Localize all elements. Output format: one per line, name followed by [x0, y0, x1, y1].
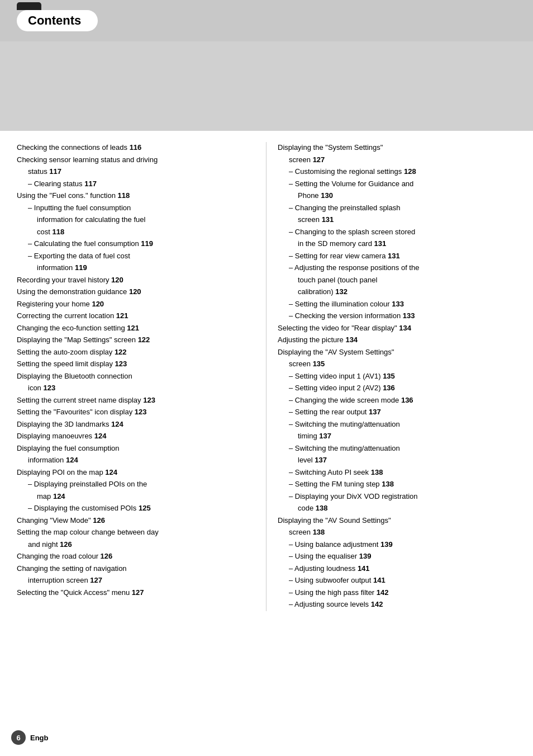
toc-entry: – Displaying preinstalled POIs on the [17, 479, 255, 490]
toc-entry: Changing the road colour 126 [17, 551, 255, 562]
toc-entry-title: – Adjusting loudness [289, 564, 355, 573]
toc-entry-page: 125 [136, 504, 150, 512]
toc-entry-title: – Using the high pass filter [289, 588, 374, 597]
toc-entry-title: information [28, 456, 64, 464]
toc-entry-page: 130 [319, 191, 333, 200]
toc-entry: information for calculating the fuel [17, 214, 255, 225]
toc-entry-title: Displaying manoeuvres [17, 432, 92, 440]
toc-entry-title: – Setting the Volume for Guidance and [289, 179, 413, 188]
toc-entry-page: 123 [113, 360, 127, 368]
toc-entry: Displaying the "System Settings" [278, 142, 516, 153]
toc-entry-page: 117 [47, 167, 61, 176]
toc-entry: cost 118 [17, 226, 255, 238]
toc-entry: Checking sensor learning status and driv… [17, 154, 255, 166]
toc-entry-title: Displaying the "AV Sound Settings" [278, 516, 391, 525]
toc-entry: – Using the high pass filter 142 [278, 587, 516, 598]
toc-entry-title: Checking the connections of leads [17, 143, 127, 152]
toc-entry: Setting the current street name display … [17, 395, 255, 406]
toc-entry-page: 132 [334, 287, 348, 296]
toc-entry-title: Changing the setting of navigation [17, 564, 127, 573]
toc-entry: Changing "View Mode" 126 [17, 515, 255, 526]
toc-entry: status 117 [17, 166, 255, 177]
toc-entry: – Using balance adjustment 139 [278, 539, 516, 550]
toc-entry: map 124 [17, 491, 255, 502]
toc-entry-title: – Switching Auto PI seek [289, 468, 369, 476]
toc-entry-title: Registering your home [17, 300, 90, 308]
toc-entry: Displaying the "AV Sound Settings" [278, 515, 516, 526]
toc-entry-title: Setting the speed limit display [17, 360, 113, 368]
toc-entry-title: – Displaying the customised POIs [28, 504, 136, 512]
toc-entry: Using the demonstration guidance 120 [17, 286, 255, 297]
toc-entry-title: code [298, 504, 313, 512]
toc-entry-page: 120 [109, 276, 123, 284]
toc-entry-page: 118 [50, 228, 64, 236]
toc-entry-title: Selecting the "Quick Access" menu [17, 588, 130, 597]
toc-entry-title: – Setting the rear output [289, 408, 367, 416]
toc-entry-page: 118 [116, 191, 130, 200]
toc-entry: – Changing to the splash screen stored [278, 226, 516, 238]
toc-entry: screen 135 [278, 358, 516, 370]
toc-entry: – Adjusting the response positions of th… [278, 262, 516, 273]
toc-entry: – Switching the muting/attenuation [278, 443, 516, 454]
toc-entry-page: 131 [386, 252, 399, 260]
toc-entry-page: 138 [380, 480, 394, 488]
toc-entry-title: status [28, 167, 47, 176]
toc-entry-page: 128 [402, 167, 416, 176]
toc-entry: Phone 130 [278, 190, 516, 201]
toc-entry: – Checking the version information 133 [278, 310, 516, 322]
toc-entry-title: and night [28, 540, 58, 549]
toc-entry-title: – Adjusting the response positions of th… [289, 263, 419, 272]
toc-entry-page: 139 [378, 540, 392, 549]
toc-entry-title: Using the "Fuel cons." function [17, 191, 116, 200]
toc-entry: – Setting the Volume for Guidance and [278, 178, 516, 190]
toc-entry-title: – Clearing status [28, 179, 83, 188]
title-wrapper: Contents [17, 10, 98, 31]
toc-entry-title: Phone [298, 191, 319, 200]
toc-entry-title: – Checking the version information [289, 311, 401, 320]
toc-entry: level 137 [278, 455, 516, 466]
toc-entry-page: 136 [399, 396, 413, 404]
toc-entry-page: 124 [64, 456, 78, 464]
toc-entry: information 119 [17, 262, 255, 273]
toc-entry-title: Setting the map colour change between da… [17, 528, 159, 536]
toc-entry-page: 133 [401, 311, 415, 320]
toc-entry-title: Displaying the "System Settings" [278, 143, 383, 152]
toc-entry-page: 142 [374, 588, 388, 597]
toc-entry: Setting the speed limit display 123 [17, 358, 255, 370]
toc-entry: Displaying manoeuvres 124 [17, 431, 255, 442]
toc-entry-page: 137 [317, 432, 331, 440]
toc-entry: Changing the eco-function setting 121 [17, 323, 255, 334]
toc-entry: – Adjusting source levels 142 [278, 599, 516, 610]
toc-entry-title: – Switching the muting/attenuation [289, 420, 400, 428]
toc-entry-page: 131 [372, 239, 386, 248]
toc-entry-page: 127 [88, 576, 102, 584]
toc-entry-page: 123 [141, 396, 155, 404]
toc-entry-page: 123 [132, 408, 146, 416]
toc-entry: icon 123 [17, 382, 255, 394]
toc-entry: screen 131 [278, 214, 516, 225]
toc-entry-title: information [37, 263, 73, 272]
toc-entry-title: – Using balance adjustment [289, 540, 378, 549]
toc-entry-title: Setting the auto-zoom display [17, 348, 112, 356]
toc-entry-title: interruption screen [28, 576, 88, 584]
toc-entry-page: 138 [369, 468, 383, 476]
toc-entry: – Displaying your DivX VOD registration [278, 491, 516, 502]
toc-entry-page: 134 [397, 324, 411, 332]
toc-entry-page: 136 [381, 384, 395, 392]
page: Contents Checking the connections of lea… [0, 0, 533, 756]
toc-entry: Setting the map colour change between da… [17, 527, 255, 538]
toc-entry: – Calculating the fuel consumption 119 [17, 238, 255, 249]
toc-entry-title: – Setting for rear view camera [289, 252, 386, 260]
toc-entry-page: 134 [344, 336, 358, 344]
toc-entry-page: 126 [98, 552, 112, 560]
toc-entry-title: Setting the "Favourites" icon display [17, 408, 132, 416]
toc-entry: Displaying the fuel consumption [17, 443, 255, 454]
toc-entry: – Switching Auto PI seek 138 [278, 467, 516, 478]
toc-entry-page: 119 [139, 239, 153, 248]
toc-entry: – Setting for rear view camera 131 [278, 251, 516, 262]
toc-entry: calibration) 132 [278, 286, 516, 297]
toc-entry-title: information for calculating the fuel [37, 215, 145, 224]
toc-entry: – Setting the illumination colour 133 [278, 299, 516, 310]
toc-entry: in the SD memory card 131 [278, 238, 516, 249]
toc-entry-title: – Calculating the fuel consumption [28, 239, 139, 248]
